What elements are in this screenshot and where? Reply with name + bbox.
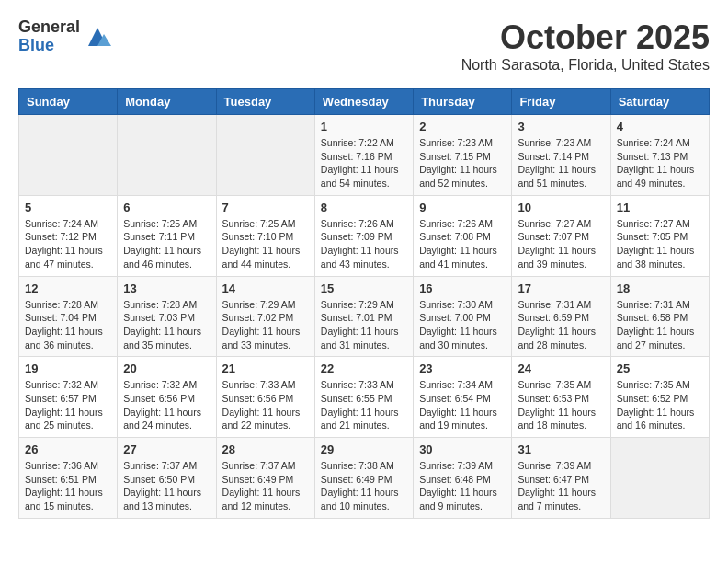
- calendar-cell: 27Sunrise: 7:37 AM Sunset: 6:50 PM Dayli…: [118, 438, 216, 519]
- header-wednesday: Wednesday: [314, 89, 413, 115]
- calendar-cell: 6Sunrise: 7:25 AM Sunset: 7:11 PM Daylig…: [118, 195, 216, 276]
- calendar-cell: 29Sunrise: 7:38 AM Sunset: 6:49 PM Dayli…: [314, 438, 413, 519]
- page-header: General Blue October 2025 North Sarasota…: [18, 18, 710, 74]
- calendar-week-row: 5Sunrise: 7:24 AM Sunset: 7:12 PM Daylig…: [19, 195, 710, 276]
- day-info: Sunrise: 7:24 AM Sunset: 7:12 PM Dayligh…: [25, 217, 111, 271]
- header-friday: Friday: [512, 89, 610, 115]
- calendar-cell: 19Sunrise: 7:32 AM Sunset: 6:57 PM Dayli…: [19, 357, 118, 438]
- day-number: 7: [222, 201, 309, 214]
- day-info: Sunrise: 7:26 AM Sunset: 7:08 PM Dayligh…: [419, 217, 506, 271]
- day-info: Sunrise: 7:27 AM Sunset: 7:07 PM Dayligh…: [518, 217, 604, 271]
- day-number: 30: [419, 442, 506, 456]
- calendar-cell: 17Sunrise: 7:31 AM Sunset: 6:59 PM Dayli…: [512, 276, 610, 357]
- calendar-cell: 1Sunrise: 7:22 AM Sunset: 7:16 PM Daylig…: [314, 115, 413, 196]
- day-number: 6: [123, 201, 210, 214]
- day-info: Sunrise: 7:33 AM Sunset: 6:55 PM Dayligh…: [321, 378, 407, 432]
- header-tuesday: Tuesday: [216, 89, 314, 115]
- calendar-cell: 7Sunrise: 7:25 AM Sunset: 7:10 PM Daylig…: [216, 195, 314, 276]
- header-sunday: Sunday: [19, 89, 118, 115]
- calendar-cell: 24Sunrise: 7:35 AM Sunset: 6:53 PM Dayli…: [512, 357, 610, 438]
- day-number: 23: [419, 362, 506, 375]
- title-block: October 2025 North Sarasota, Florida, Un…: [461, 18, 710, 74]
- day-number: 11: [617, 201, 703, 214]
- day-number: 14: [222, 282, 309, 295]
- logo-text: General Blue: [18, 18, 80, 55]
- day-number: 4: [617, 120, 703, 133]
- day-info: Sunrise: 7:34 AM Sunset: 6:54 PM Dayligh…: [419, 378, 506, 432]
- day-info: Sunrise: 7:39 AM Sunset: 6:48 PM Dayligh…: [419, 459, 506, 513]
- calendar-cell: [216, 115, 314, 196]
- day-info: Sunrise: 7:38 AM Sunset: 6:49 PM Dayligh…: [321, 459, 407, 513]
- calendar-cell: 11Sunrise: 7:27 AM Sunset: 7:05 PM Dayli…: [610, 195, 709, 276]
- calendar-cell: 8Sunrise: 7:26 AM Sunset: 7:09 PM Daylig…: [314, 195, 413, 276]
- day-number: 19: [25, 362, 111, 375]
- day-info: Sunrise: 7:26 AM Sunset: 7:09 PM Dayligh…: [321, 217, 407, 271]
- calendar-cell: 23Sunrise: 7:34 AM Sunset: 6:54 PM Dayli…: [414, 357, 512, 438]
- day-info: Sunrise: 7:32 AM Sunset: 6:56 PM Dayligh…: [123, 378, 210, 432]
- calendar-cell: [610, 438, 709, 519]
- calendar-cell: 22Sunrise: 7:33 AM Sunset: 6:55 PM Dayli…: [314, 357, 413, 438]
- day-number: 26: [25, 442, 111, 456]
- day-info: Sunrise: 7:36 AM Sunset: 6:51 PM Dayligh…: [25, 459, 111, 513]
- calendar-header-row: SundayMondayTuesdayWednesdayThursdayFrid…: [19, 89, 710, 115]
- calendar-cell: [118, 115, 216, 196]
- day-number: 3: [518, 120, 604, 133]
- day-number: 5: [25, 201, 111, 214]
- calendar-cell: 15Sunrise: 7:29 AM Sunset: 7:01 PM Dayli…: [314, 276, 413, 357]
- day-info: Sunrise: 7:33 AM Sunset: 6:56 PM Dayligh…: [222, 378, 309, 432]
- day-info: Sunrise: 7:35 AM Sunset: 6:53 PM Dayligh…: [518, 378, 604, 432]
- logo-blue: Blue: [18, 37, 80, 55]
- calendar-week-row: 12Sunrise: 7:28 AM Sunset: 7:04 PM Dayli…: [19, 276, 710, 357]
- day-info: Sunrise: 7:37 AM Sunset: 6:49 PM Dayligh…: [222, 459, 309, 513]
- day-number: 25: [617, 362, 703, 375]
- calendar-cell: 21Sunrise: 7:33 AM Sunset: 6:56 PM Dayli…: [216, 357, 314, 438]
- day-number: 24: [518, 362, 604, 375]
- day-info: Sunrise: 7:28 AM Sunset: 7:04 PM Dayligh…: [25, 298, 111, 352]
- month-title: October 2025: [461, 18, 710, 57]
- logo-general: General: [18, 18, 80, 37]
- day-number: 2: [419, 120, 506, 133]
- header-thursday: Thursday: [414, 89, 512, 115]
- logo-icon: [84, 23, 111, 51]
- calendar-cell: 3Sunrise: 7:23 AM Sunset: 7:14 PM Daylig…: [512, 115, 610, 196]
- location: North Sarasota, Florida, United States: [461, 57, 710, 74]
- day-info: Sunrise: 7:37 AM Sunset: 6:50 PM Dayligh…: [123, 459, 210, 513]
- day-number: 16: [419, 282, 506, 295]
- day-number: 29: [321, 442, 407, 456]
- logo: General Blue: [18, 18, 111, 55]
- day-number: 20: [123, 362, 210, 375]
- day-info: Sunrise: 7:25 AM Sunset: 7:11 PM Dayligh…: [123, 217, 210, 271]
- day-info: Sunrise: 7:30 AM Sunset: 7:00 PM Dayligh…: [419, 298, 506, 352]
- day-number: 8: [321, 201, 407, 214]
- day-number: 1: [321, 120, 407, 133]
- day-number: 27: [123, 442, 210, 456]
- calendar-cell: 10Sunrise: 7:27 AM Sunset: 7:07 PM Dayli…: [512, 195, 610, 276]
- day-number: 15: [321, 282, 407, 295]
- day-number: 18: [617, 282, 703, 295]
- calendar-week-row: 1Sunrise: 7:22 AM Sunset: 7:16 PM Daylig…: [19, 115, 710, 196]
- calendar-cell: 25Sunrise: 7:35 AM Sunset: 6:52 PM Dayli…: [610, 357, 709, 438]
- calendar-week-row: 26Sunrise: 7:36 AM Sunset: 6:51 PM Dayli…: [19, 438, 710, 519]
- day-info: Sunrise: 7:29 AM Sunset: 7:01 PM Dayligh…: [321, 298, 407, 352]
- calendar-cell: 14Sunrise: 7:29 AM Sunset: 7:02 PM Dayli…: [216, 276, 314, 357]
- calendar-cell: 26Sunrise: 7:36 AM Sunset: 6:51 PM Dayli…: [19, 438, 118, 519]
- day-info: Sunrise: 7:27 AM Sunset: 7:05 PM Dayligh…: [617, 217, 703, 271]
- day-info: Sunrise: 7:23 AM Sunset: 7:15 PM Dayligh…: [419, 136, 506, 190]
- calendar-cell: [19, 115, 118, 196]
- calendar-cell: 20Sunrise: 7:32 AM Sunset: 6:56 PM Dayli…: [118, 357, 216, 438]
- calendar-cell: 12Sunrise: 7:28 AM Sunset: 7:04 PM Dayli…: [19, 276, 118, 357]
- day-info: Sunrise: 7:28 AM Sunset: 7:03 PM Dayligh…: [123, 298, 210, 352]
- header-saturday: Saturday: [610, 89, 709, 115]
- day-number: 22: [321, 362, 407, 375]
- calendar-cell: 18Sunrise: 7:31 AM Sunset: 6:58 PM Dayli…: [610, 276, 709, 357]
- calendar-cell: 13Sunrise: 7:28 AM Sunset: 7:03 PM Dayli…: [118, 276, 216, 357]
- day-info: Sunrise: 7:22 AM Sunset: 7:16 PM Dayligh…: [321, 136, 407, 190]
- calendar-cell: 30Sunrise: 7:39 AM Sunset: 6:48 PM Dayli…: [414, 438, 512, 519]
- day-number: 21: [222, 362, 309, 375]
- calendar-table: SundayMondayTuesdayWednesdayThursdayFrid…: [18, 88, 710, 519]
- calendar-week-row: 19Sunrise: 7:32 AM Sunset: 6:57 PM Dayli…: [19, 357, 710, 438]
- header-monday: Monday: [118, 89, 216, 115]
- day-number: 28: [222, 442, 309, 456]
- day-info: Sunrise: 7:32 AM Sunset: 6:57 PM Dayligh…: [25, 378, 111, 432]
- calendar-cell: 31Sunrise: 7:39 AM Sunset: 6:47 PM Dayli…: [512, 438, 610, 519]
